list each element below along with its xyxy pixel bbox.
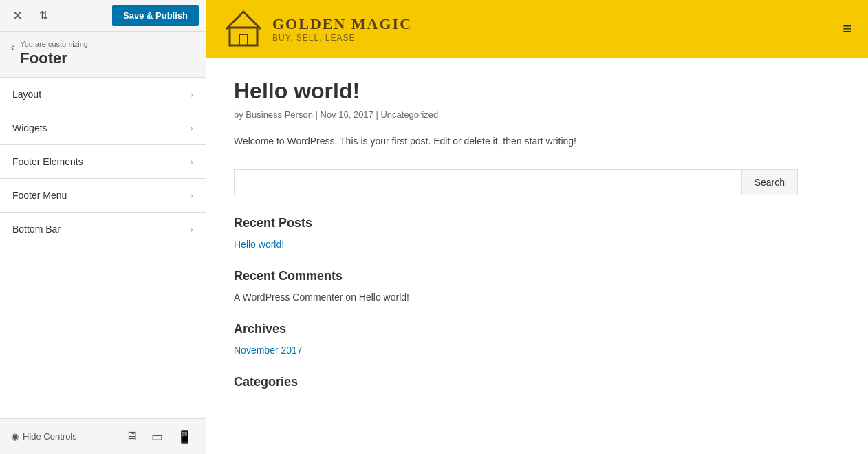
back-button[interactable]: ‹ <box>11 41 14 54</box>
recent-posts-list: Hello world! <box>234 239 798 250</box>
top-bar: ✕ ⇅ Save & Publish <box>0 0 206 32</box>
menu-item-label: Bottom Bar <box>12 224 61 235</box>
bottom-bar-panel: ◉ Hide Controls 🖥 ▭ 📱 <box>0 418 206 454</box>
recent-post-item[interactable]: Hello world! <box>234 239 798 250</box>
post-title: Hello world! <box>234 78 798 104</box>
menu-item-widgets[interactable]: Widgets› <box>0 111 206 145</box>
menu-item-footer-menu[interactable]: Footer Menu› <box>0 179 206 213</box>
logo-house-icon <box>223 8 264 50</box>
archives-list: November 2017 <box>234 345 798 356</box>
hide-controls-button[interactable]: ◉ Hide Controls <box>11 431 77 442</box>
section-title: Footer <box>20 50 195 67</box>
chevron-right-icon: › <box>190 89 193 100</box>
archives-widget: Archives November 2017 <box>234 322 798 356</box>
mobile-icon: 📱 <box>177 430 192 444</box>
categories-title: Categories <box>234 375 798 389</box>
chevron-right-icon: › <box>190 190 193 201</box>
post-meta: by Business Person | Nov 16, 2017 | Unca… <box>234 109 798 120</box>
save-publish-button[interactable]: Save & Publish <box>112 5 199 26</box>
menu-items-list: Layout›Widgets›Footer Elements›Footer Me… <box>0 78 206 418</box>
chevron-right-icon: › <box>190 224 193 235</box>
site-tagline: BUY, SELL, LEASE <box>272 33 412 43</box>
tablet-view-button[interactable]: ▭ <box>149 428 166 446</box>
breadcrumb-section: ‹ You are customizing Footer <box>0 32 206 78</box>
menu-item-label: Layout <box>12 89 41 100</box>
hide-controls-label: Hide Controls <box>23 431 77 442</box>
search-input[interactable] <box>235 170 741 195</box>
tablet-icon: ▭ <box>151 430 163 444</box>
reorder-button[interactable]: ⇅ <box>34 6 54 25</box>
customizer-panel: ✕ ⇅ Save & Publish ‹ You are customizing… <box>0 0 206 454</box>
mobile-view-button[interactable]: 📱 <box>174 428 195 446</box>
menu-item-label: Footer Menu <box>12 190 67 201</box>
desktop-view-button[interactable]: 🖥 <box>122 428 140 446</box>
preview-panel: GOLDEN MAGIC BUY, SELL, LEASE ≡ Hello wo… <box>206 0 868 454</box>
logo-area: GOLDEN MAGIC BUY, SELL, LEASE <box>223 8 412 50</box>
site-name-area: GOLDEN MAGIC BUY, SELL, LEASE <box>272 15 412 43</box>
menu-item-footer-elements[interactable]: Footer Elements› <box>0 145 206 179</box>
svg-rect-1 <box>239 34 248 45</box>
post-content: Welcome to WordPress. This is your first… <box>234 133 798 149</box>
categories-widget: Categories <box>234 375 798 389</box>
close-button[interactable]: ✕ <box>7 6 28 26</box>
archive-item[interactable]: November 2017 <box>234 345 798 356</box>
recent-posts-widget: Recent Posts Hello world! <box>234 216 798 250</box>
menu-item-bottom-bar[interactable]: Bottom Bar› <box>0 213 206 246</box>
hamburger-menu-button[interactable]: ≡ <box>843 20 851 38</box>
archives-title: Archives <box>234 322 798 336</box>
recent-comments-widget: Recent Comments A WordPress Commenter on… <box>234 269 798 303</box>
chevron-right-icon: › <box>190 122 193 133</box>
menu-item-label: Widgets <box>12 122 47 133</box>
chevron-right-icon: › <box>190 156 193 167</box>
device-icons: 🖥 ▭ 📱 <box>122 428 195 446</box>
site-header: GOLDEN MAGIC BUY, SELL, LEASE ≡ <box>206 0 868 58</box>
recent-comments-list: A WordPress Commenter on Hello world! <box>234 292 798 303</box>
recent-comment-item: A WordPress Commenter on Hello world! <box>234 292 798 303</box>
recent-comments-title: Recent Comments <box>234 269 798 283</box>
svg-rect-0 <box>230 28 257 45</box>
site-name: GOLDEN MAGIC <box>272 15 412 33</box>
desktop-icon: 🖥 <box>125 429 138 443</box>
recent-posts-title: Recent Posts <box>234 216 798 230</box>
eye-icon: ◉ <box>11 431 19 442</box>
customizing-label: You are customizing <box>20 40 195 48</box>
menu-item-layout[interactable]: Layout› <box>0 78 206 111</box>
search-widget: Search <box>234 169 798 195</box>
main-content: Hello world! by Business Person | Nov 16… <box>206 58 825 429</box>
menu-item-label: Footer Elements <box>12 156 83 167</box>
search-button[interactable]: Search <box>741 170 797 195</box>
